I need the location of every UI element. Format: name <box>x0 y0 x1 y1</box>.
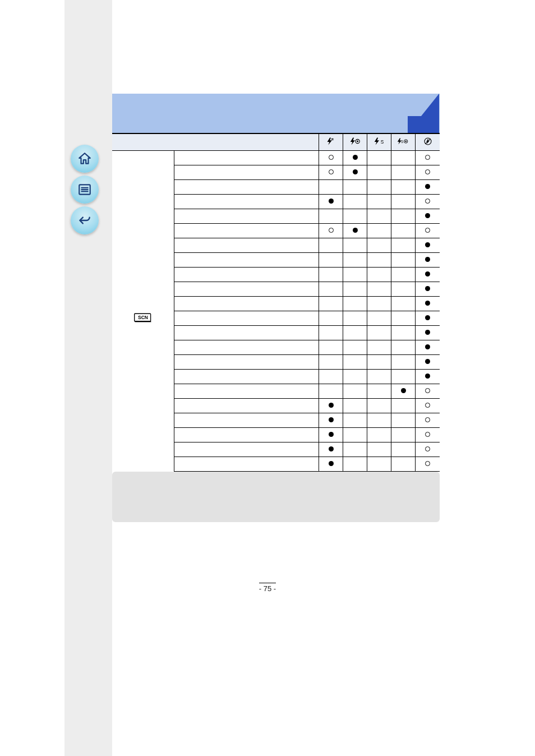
flash-cell <box>391 209 416 223</box>
scene-cell <box>174 354 319 369</box>
flash-cell <box>343 150 367 165</box>
flash-cell <box>343 238 367 252</box>
scene-cell <box>174 296 319 311</box>
home-icon <box>77 151 92 166</box>
flash-cell <box>391 194 416 209</box>
flash-cell <box>416 194 440 209</box>
flash-cell <box>319 384 343 398</box>
header-flash-auto <box>319 133 343 150</box>
svg-text:S: S <box>381 140 384 145</box>
scene-cell <box>174 209 319 223</box>
flash-cell <box>343 384 367 398</box>
flash-cell <box>416 296 440 311</box>
header-flash-off <box>416 133 440 150</box>
scene-cell <box>174 267 319 282</box>
flash-cell <box>343 282 367 296</box>
flash-cell <box>367 194 391 209</box>
flash-cell <box>367 311 391 325</box>
flash-cell <box>416 325 440 340</box>
svg-point-11 <box>405 141 407 142</box>
flash-cell <box>391 296 416 311</box>
flash-cell <box>367 179 391 194</box>
scene-cell <box>174 325 319 340</box>
back-button[interactable] <box>71 206 99 234</box>
flash-cell <box>319 165 343 179</box>
flash-cell <box>391 282 416 296</box>
flash-cell <box>319 179 343 194</box>
back-icon <box>77 213 92 228</box>
flash-cell <box>343 427 367 442</box>
flash-cell <box>391 369 416 384</box>
flash-cell <box>319 282 343 296</box>
flash-cell <box>416 267 440 282</box>
svg-text:SCN: SCN <box>138 315 148 320</box>
flash-cell <box>391 238 416 252</box>
flash-cell <box>367 325 391 340</box>
flash-cell <box>416 165 440 179</box>
flash-cell <box>416 223 440 238</box>
flash-compatibility-table: S S SCN <box>112 133 440 486</box>
flash-cell <box>343 296 367 311</box>
flash-cell <box>343 223 367 238</box>
flash-cell <box>367 340 391 354</box>
scene-cell <box>174 238 319 252</box>
legend-box <box>112 472 440 522</box>
flash-cell <box>416 150 440 165</box>
flash-cell <box>367 354 391 369</box>
header-mode <box>112 133 319 150</box>
table-header-row: S S <box>112 133 440 150</box>
flash-cell <box>343 165 367 179</box>
scene-cell <box>174 384 319 398</box>
toc-icon <box>77 182 92 197</box>
flash-cell <box>319 209 343 223</box>
flash-cell <box>391 267 416 282</box>
flash-cell <box>343 442 367 457</box>
flash-cell <box>391 398 416 413</box>
page-number-text: - 75 - <box>259 584 276 593</box>
flash-cell <box>416 340 440 354</box>
flash-cell <box>343 354 367 369</box>
flash-cell <box>343 209 367 223</box>
flash-cell <box>367 252 391 267</box>
flash-cell <box>319 194 343 209</box>
flash-cell <box>416 252 440 267</box>
toc-button[interactable] <box>71 176 99 204</box>
flash-cell <box>391 427 416 442</box>
flash-cell <box>416 369 440 384</box>
flash-cell <box>416 238 440 252</box>
flash-cell <box>343 267 367 282</box>
scene-cell <box>174 282 319 296</box>
home-button[interactable] <box>71 145 99 173</box>
flash-cell <box>367 442 391 457</box>
flash-cell <box>319 150 343 165</box>
flash-cell <box>391 325 416 340</box>
flash-cell <box>416 427 440 442</box>
flash-cell <box>319 340 343 354</box>
flash-cell <box>391 457 416 471</box>
flash-cell <box>416 398 440 413</box>
flash-cell <box>416 179 440 194</box>
flash-cell <box>367 296 391 311</box>
sidebar <box>64 0 112 756</box>
flash-cell <box>367 427 391 442</box>
flash-cell <box>367 150 391 165</box>
flash-cell <box>391 340 416 354</box>
flash-cell <box>367 223 391 238</box>
flash-cell <box>319 296 343 311</box>
flash-cell <box>319 325 343 340</box>
flash-cell <box>367 384 391 398</box>
flash-cell <box>319 442 343 457</box>
flash-cell <box>391 384 416 398</box>
scene-cell <box>174 311 319 325</box>
header-flash-slow-redeye: S <box>391 133 416 150</box>
scene-cell <box>174 150 319 165</box>
flash-cell <box>319 311 343 325</box>
scene-cell <box>174 340 319 354</box>
flash-cell <box>416 413 440 427</box>
flash-cell <box>319 457 343 471</box>
flash-cell <box>319 267 343 282</box>
flash-cell <box>391 442 416 457</box>
flash-cell <box>319 369 343 384</box>
section-header <box>112 94 440 133</box>
flash-cell <box>416 282 440 296</box>
